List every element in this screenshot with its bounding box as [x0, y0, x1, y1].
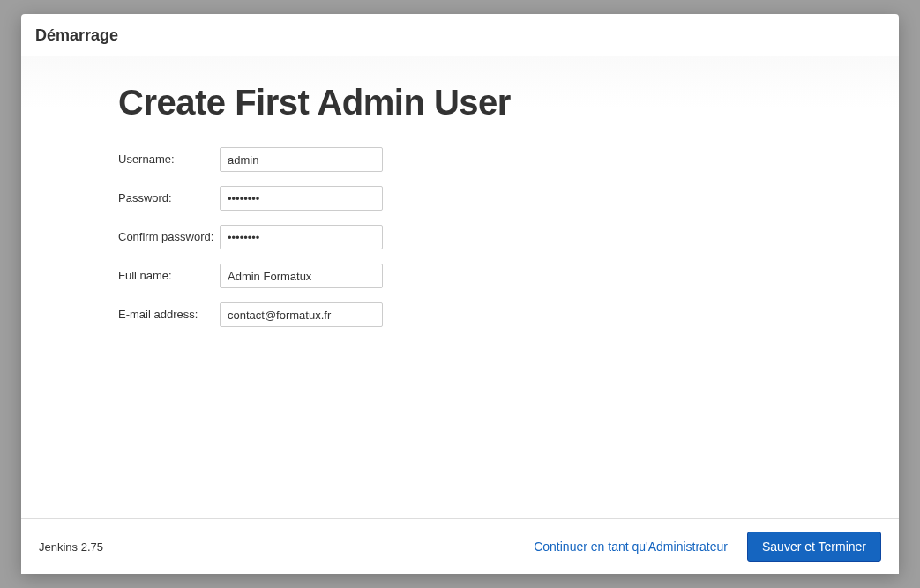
form-row-confirm-password: Confirm password:: [118, 225, 802, 249]
username-input[interactable]: [220, 147, 383, 172]
dialog-footer: Jenkins 2.75 Continuer en tant qu'Admini…: [21, 518, 899, 574]
password-input[interactable]: [220, 186, 383, 211]
footer-actions: Continuer en tant qu'Administrateur Sauv…: [530, 532, 881, 562]
confirm-password-input[interactable]: [220, 225, 383, 249]
email-label: E-mail address:: [118, 302, 220, 321]
form-row-password: Password:: [118, 186, 802, 211]
continue-as-admin-button[interactable]: Continuer en tant qu'Administrateur: [530, 532, 731, 561]
page-title: Create First Admin User: [118, 83, 802, 123]
version-text: Jenkins 2.75: [39, 540, 103, 554]
dialog-header: Démarrage: [21, 14, 899, 56]
form-row-email: E-mail address:: [118, 302, 802, 327]
fullname-label: Full name:: [118, 264, 220, 282]
form-row-fullname: Full name:: [118, 264, 802, 288]
form-row-username: Username:: [118, 147, 802, 172]
username-label: Username:: [118, 147, 220, 166]
fullname-input[interactable]: [220, 264, 383, 288]
dialog-header-title: Démarrage: [35, 26, 885, 45]
setup-dialog: Démarrage Create First Admin User Userna…: [21, 14, 899, 574]
password-label: Password:: [118, 186, 220, 205]
dialog-body: Create First Admin User Username: Passwo…: [21, 56, 899, 518]
email-input[interactable]: [220, 302, 383, 327]
save-and-finish-button[interactable]: Sauver et Terminer: [747, 532, 881, 562]
confirm-password-label: Confirm password:: [118, 225, 220, 243]
